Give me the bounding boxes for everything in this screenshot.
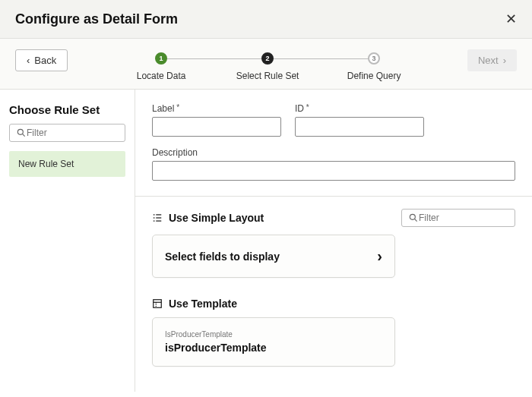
step-define-query: 3 Define Query: [321, 52, 427, 81]
step-locate-data: 1 Locate Data: [108, 52, 214, 81]
label-input[interactable]: [152, 117, 281, 137]
wizard-steps: 1 Locate Data 2 Select Rule Set 3 Define…: [68, 49, 467, 81]
sidebar-filter[interactable]: [9, 124, 125, 142]
select-fields-label: Select fields to display: [165, 250, 280, 263]
template-icon: [152, 298, 163, 309]
chevron-right-icon: ›: [503, 55, 506, 66]
step-select-rule-set: 2 Select Rule Set: [214, 52, 321, 81]
use-template-title: Use Template: [169, 298, 237, 310]
select-fields-card[interactable]: Select fields to display ›: [152, 235, 395, 278]
svg-rect-10: [154, 300, 162, 308]
svg-line-9: [414, 219, 416, 221]
step-dot: 2: [261, 52, 274, 65]
main-panel: Label ID Description Use Simple Layout: [135, 90, 532, 392]
step-label: Locate Data: [137, 71, 186, 81]
sidebar: Choose Rule Set New Rule Set: [0, 90, 135, 392]
template-card[interactable]: IsProducerTemplate isProducerTemplate: [152, 317, 395, 367]
step-label: Define Query: [347, 71, 401, 81]
next-label: Next: [478, 55, 499, 66]
step-dot: 1: [155, 52, 167, 65]
sidebar-filter-input[interactable]: [27, 128, 141, 138]
layout-filter-input[interactable]: [419, 213, 532, 223]
close-button[interactable]: ✕: [505, 11, 517, 27]
new-rule-set-button[interactable]: New Rule Set: [9, 151, 125, 177]
description-input[interactable]: [152, 161, 515, 181]
svg-point-0: [17, 129, 23, 134]
step-dot: 3: [368, 52, 380, 65]
step-label: Select Rule Set: [236, 71, 299, 81]
svg-line-1: [22, 134, 24, 136]
back-button[interactable]: ‹ Back: [15, 49, 68, 71]
sidebar-title: Choose Rule Set: [9, 103, 125, 116]
chevron-right-icon: ›: [377, 247, 382, 265]
next-button[interactable]: Next ›: [467, 49, 517, 71]
id-input[interactable]: [295, 117, 424, 137]
back-label: Back: [34, 55, 56, 66]
simple-layout-title: Use Simple Layout: [169, 212, 264, 224]
search-icon: [16, 128, 27, 138]
template-card-subtitle: IsProducerTemplate: [165, 330, 382, 339]
id-field-label: ID: [295, 103, 424, 114]
template-card-name: isProducerTemplate: [165, 342, 382, 354]
layout-filter[interactable]: [401, 209, 515, 227]
dialog-title: Configure as Detail Form: [15, 11, 178, 27]
label-field-label: Label: [152, 103, 281, 114]
layout-list-icon: [152, 213, 163, 223]
chevron-left-icon: ‹: [27, 55, 30, 66]
search-icon: [408, 213, 419, 223]
description-field-label: Description: [152, 147, 515, 158]
svg-point-8: [410, 214, 415, 219]
